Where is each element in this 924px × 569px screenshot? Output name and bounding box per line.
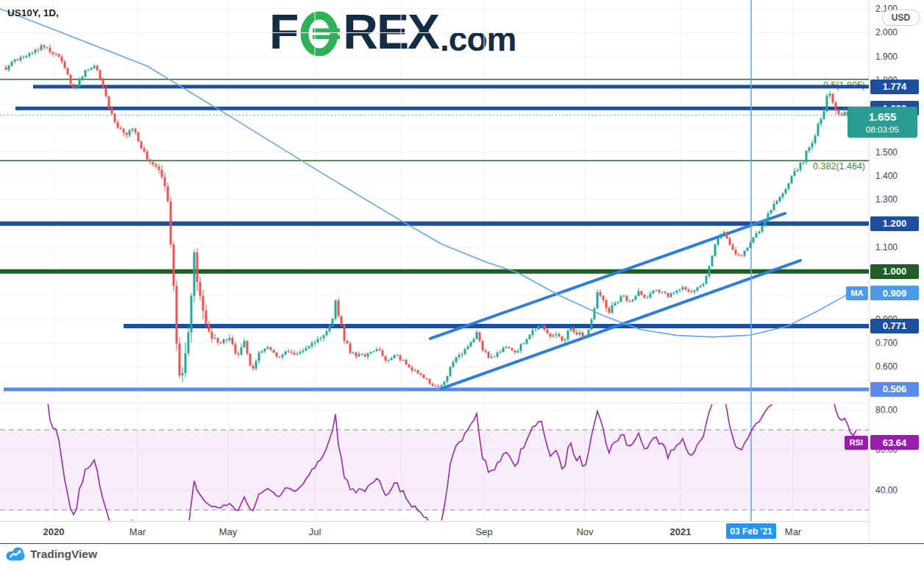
bar-countdown: 08:03:05 xyxy=(866,124,899,135)
event-date-badge: 03 Feb '21 xyxy=(726,523,776,539)
fib-label: 0.382(1.464) xyxy=(813,161,865,172)
time-tick-label: May xyxy=(219,526,238,537)
rsi-tick-label: 80.00 xyxy=(875,405,898,415)
price-level-badge: 1.200 xyxy=(870,216,919,231)
price-scale[interactable]: 2.1002.0001.9001.8001.6001.5001.4001.300… xyxy=(869,0,924,543)
time-tick-label: 2021 xyxy=(670,526,692,537)
current-price-value: 1.655 xyxy=(869,110,897,124)
rsi-chip: RSI xyxy=(845,436,868,450)
time-tick-label: Nov xyxy=(576,526,593,537)
price-tick-label: 2.000 xyxy=(875,27,898,38)
price-level-badge: 0.771 xyxy=(870,319,919,333)
price-level-badge: 1.774 xyxy=(870,79,919,94)
price-level-badge: 63.64 xyxy=(870,435,919,450)
tradingview-icon xyxy=(6,547,26,561)
current-price-badge: 1.655 08:03:05 xyxy=(847,107,917,138)
price-level-badge: 0.909 xyxy=(870,286,919,300)
tradingview-text: TradingView xyxy=(30,548,97,561)
time-tick-label: Sep xyxy=(475,526,492,537)
time-tick-label: Mar xyxy=(785,526,801,537)
time-tick-label: Jul xyxy=(309,526,321,537)
time-tick-label: 2020 xyxy=(43,526,65,537)
ma-chip: MA xyxy=(846,286,868,300)
chart-window: F REX .com 0.5(1.805)0.382(1.464) US10Y,… xyxy=(0,0,924,569)
tradingview-logo[interactable]: TradingView xyxy=(6,547,97,561)
time-tick-label: Mar xyxy=(129,526,146,537)
price-tick-label: 1.500 xyxy=(875,147,898,158)
rsi-band xyxy=(0,430,869,510)
price-tick-label: 1.400 xyxy=(875,171,898,181)
rsi-tick-label: 40.00 xyxy=(875,485,898,495)
channel-upper-line[interactable] xyxy=(430,213,785,339)
ma-line[interactable] xyxy=(0,9,857,337)
price-tick-label: 1.100 xyxy=(875,242,898,252)
price-level-badge: 1.000 xyxy=(870,264,919,279)
chart-canvas[interactable]: 0.5(1.805)0.382(1.464) xyxy=(0,0,869,543)
price-tick-label: 1.300 xyxy=(875,194,898,205)
price-tick-label: 0.600 xyxy=(875,361,898,372)
symbol-legend[interactable]: US10Y, 1D, xyxy=(7,7,59,18)
price-tick-label: 1.900 xyxy=(875,52,898,62)
currency-toggle-button[interactable]: USD xyxy=(882,10,920,26)
time-scale[interactable]: 2020MarMayJulSepNov2021Mar xyxy=(0,521,924,543)
price-level-badge: 0.506 xyxy=(870,382,919,397)
price-tick-label: 0.700 xyxy=(875,338,898,348)
